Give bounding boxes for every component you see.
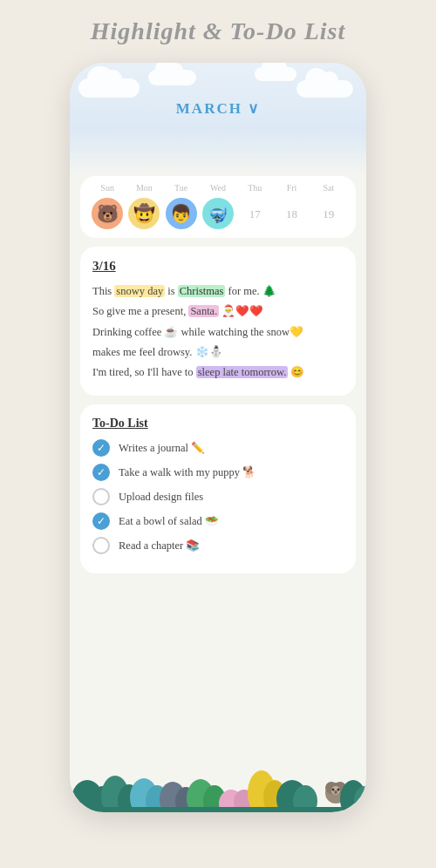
- calendar-strip: Sun Mon Tue Wed Thu Fri Sat 🐻 🤠 👦: [80, 176, 356, 238]
- avatar-13: 🐻: [92, 198, 123, 229]
- avatar-14: 🤠: [128, 198, 160, 229]
- journal-line-4: makes me feel drowsy. ❄️⛄: [92, 343, 344, 362]
- todo-check-1[interactable]: ✓: [92, 439, 110, 457]
- day-tue: Tue: [164, 183, 199, 193]
- svg-point-20: [332, 789, 335, 791]
- todo-item-4[interactable]: ✓ Eat a bowl of salad 🥗: [92, 512, 344, 530]
- avatar-15: 👦: [166, 198, 197, 229]
- clouds-decoration: [70, 63, 366, 132]
- svg-point-21: [337, 789, 340, 791]
- day-num-17: 17: [249, 207, 261, 221]
- todo-item-5[interactable]: Read a chapter 📚: [92, 537, 344, 554]
- phone-content: Sun Mon Tue Wed Thu Fri Sat 🐻 🤠 👦: [70, 176, 366, 743]
- todo-item-3[interactable]: Upload design files: [92, 488, 344, 505]
- journal-card: 3/16 This snowy day is Christmas for me.…: [80, 247, 356, 396]
- day-cell-14[interactable]: 🤠: [126, 198, 161, 229]
- journal-date: 3/16: [92, 259, 344, 274]
- day-sat: Sat: [311, 183, 346, 193]
- cloud-1: [78, 78, 140, 98]
- day-cell-15[interactable]: 👦: [164, 198, 199, 229]
- highlight-sleep: sleep late tomorrow.: [196, 366, 289, 378]
- todo-item-1[interactable]: ✓ Writes a journal ✏️: [92, 439, 344, 457]
- todo-title: To-Do List: [92, 417, 344, 431]
- svg-rect-25: [70, 807, 366, 812]
- highlight-snowy: snowy day: [114, 285, 165, 297]
- svg-point-22: [334, 790, 337, 794]
- day-num-18: 18: [286, 207, 297, 221]
- todo-item-2[interactable]: ✓ Take a walk with my puppy 🐕: [92, 464, 344, 481]
- cloud-4: [255, 67, 296, 81]
- todo-card: To-Do List ✓ Writes a journal ✏️ ✓ Take …: [80, 404, 356, 573]
- phone-frame: MARCH ∨ Sun Mon Tue Wed Thu Fri Sat 🐻 🤠: [70, 63, 366, 812]
- cloud-3: [296, 80, 353, 98]
- todo-check-3[interactable]: [92, 488, 110, 505]
- todo-text-5: Read a chapter 📚: [119, 539, 200, 553]
- day-thu: Thu: [237, 183, 272, 193]
- day-wed: Wed: [201, 183, 235, 193]
- phone-header: MARCH ∨: [70, 63, 366, 176]
- cloud-2: [148, 70, 196, 85]
- day-headers: Sun Mon Tue Wed Thu Fri Sat: [89, 183, 347, 193]
- day-cell-13[interactable]: 🐻: [90, 198, 125, 229]
- day-sun: Sun: [90, 183, 125, 193]
- highlight-santa: Santa.: [188, 305, 219, 317]
- page-title: Highlight & To-Do List: [91, 17, 345, 45]
- journal-line-1: This snowy day is Christmas for me. 🌲: [92, 282, 344, 301]
- day-fri: Fri: [275, 183, 310, 193]
- journal-line-2: So give me a present, Santa. 🎅❤️❤️: [92, 302, 344, 321]
- day-mon: Mon: [126, 183, 161, 193]
- forest-svg: [70, 743, 366, 812]
- day-num-19: 19: [323, 207, 334, 221]
- todo-text-2: Take a walk with my puppy 🐕: [119, 465, 256, 479]
- month-label: MARCH ∨: [176, 99, 260, 118]
- day-cells: 🐻 🤠 👦 🤿 17 18 19: [89, 198, 347, 229]
- day-cell-19[interactable]: 19: [311, 206, 346, 221]
- day-cell-18[interactable]: 18: [275, 206, 310, 221]
- day-cell-16[interactable]: 🤿: [201, 198, 235, 229]
- journal-line-5: I'm tired, so I'll have to sleep late to…: [92, 363, 344, 382]
- todo-text-3: Upload design files: [119, 491, 203, 504]
- todo-check-4[interactable]: ✓: [92, 512, 110, 530]
- todo-check-2[interactable]: ✓: [92, 464, 110, 481]
- todo-text-4: Eat a bowl of salad 🥗: [119, 514, 219, 528]
- journal-line-3: Drinking coffee ☕ while watching the sno…: [92, 323, 344, 342]
- todo-check-5[interactable]: [92, 537, 110, 554]
- highlight-christmas: Christmas: [178, 285, 226, 297]
- avatar-16: 🤿: [202, 198, 234, 229]
- day-cell-17[interactable]: 17: [237, 206, 272, 221]
- forest-decoration: [70, 743, 366, 812]
- todo-text-1: Writes a journal ✏️: [119, 441, 205, 455]
